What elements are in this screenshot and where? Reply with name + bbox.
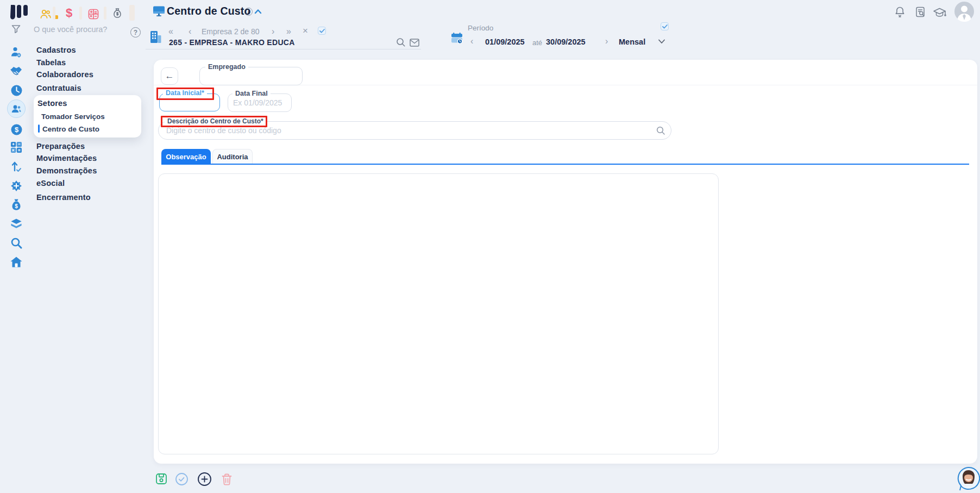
period-label: Período bbox=[468, 24, 493, 32]
collapse-chevron-up-icon[interactable] bbox=[254, 9, 262, 14]
support-chat-avatar[interactable] bbox=[957, 466, 980, 493]
company-last-button[interactable]: » bbox=[286, 27, 291, 36]
company-name[interactable]: 265 - EMPRESA - MAKRO EDUCA bbox=[169, 38, 295, 47]
layers-icon[interactable] bbox=[10, 217, 23, 230]
info-icon[interactable]: i bbox=[244, 8, 253, 16]
data-final-field[interactable]: Data Final bbox=[228, 93, 292, 112]
sidebar-subitem-centro-de-custo[interactable]: Centro de Custo bbox=[42, 125, 99, 133]
logo-icon bbox=[10, 5, 29, 20]
descricao-label: Descrição do Centro de Custo* bbox=[165, 117, 266, 125]
financeiro-dollar-icon[interactable]: $ bbox=[10, 123, 23, 136]
company-filter-checkbox[interactable] bbox=[318, 27, 326, 35]
finance-module-icon[interactable]: $ bbox=[66, 6, 72, 20]
page-title: Centro de Custo bbox=[167, 5, 251, 17]
topbar-divider bbox=[79, 7, 82, 20]
setores-people-icon-active[interactable] bbox=[7, 99, 26, 118]
data-inicial-label: Data Inicial* bbox=[163, 89, 207, 97]
period-mode-chevron-down-icon[interactable] bbox=[658, 39, 665, 44]
sidebar-item-setores[interactable]: Setores bbox=[37, 99, 67, 108]
colaboradores-handshake-icon[interactable] bbox=[10, 65, 23, 78]
period-start-date[interactable]: 01/09/2025 bbox=[485, 38, 525, 46]
descricao-search-icon[interactable] bbox=[656, 126, 665, 135]
svg-text:$: $ bbox=[15, 203, 18, 209]
people-module-icon[interactable] bbox=[39, 8, 52, 21]
sidebar-item-preparacoes[interactable]: Preparações bbox=[36, 142, 85, 151]
period-end-date[interactable]: 30/09/2025 bbox=[546, 38, 586, 46]
confirm-button[interactable] bbox=[175, 472, 189, 486]
period-next-button[interactable]: › bbox=[605, 37, 608, 46]
home-icon[interactable] bbox=[10, 255, 23, 269]
user-avatar[interactable] bbox=[954, 1, 975, 22]
app-logo[interactable] bbox=[10, 5, 29, 22]
descricao-field[interactable]: Descrição do Centro de Custo* bbox=[158, 121, 671, 140]
company-prev-button[interactable]: ‹ bbox=[189, 27, 191, 36]
period-checkbox[interactable] bbox=[661, 22, 669, 30]
help-icon[interactable]: ? bbox=[130, 27, 141, 38]
sidebar-item-tabelas[interactable]: Tabelas bbox=[36, 58, 66, 67]
data-inicial-field[interactable]: Data Inicial* bbox=[159, 93, 220, 111]
period-prev-button[interactable]: ‹ bbox=[470, 37, 473, 46]
demonstracoes-chart-icon[interactable] bbox=[10, 160, 23, 173]
observacao-textarea[interactable] bbox=[158, 173, 719, 454]
company-field-underline bbox=[146, 49, 421, 49]
add-button[interactable] bbox=[197, 472, 212, 486]
tab-auditoria[interactable]: Auditoria bbox=[212, 149, 253, 164]
notifications-bell-icon[interactable] bbox=[894, 5, 906, 18]
page-monitor-icon bbox=[153, 5, 165, 17]
graduation-cap-icon[interactable] bbox=[932, 7, 947, 19]
preparacoes-calculator-icon[interactable] bbox=[10, 141, 23, 154]
contratuais-clock-icon[interactable] bbox=[10, 84, 23, 97]
topbar-divider bbox=[53, 7, 55, 20]
moneybag-module-icon[interactable] bbox=[111, 7, 124, 20]
company-position-label: Empresa 2 de 80 bbox=[202, 27, 260, 36]
cadastros-icon[interactable] bbox=[10, 46, 23, 59]
sidebar-item-cadastros[interactable]: Cadastros bbox=[36, 46, 76, 54]
save-button[interactable] bbox=[155, 472, 168, 485]
sidebar-subitem-tomador-servicos[interactable]: Tomador Serviços bbox=[41, 113, 105, 121]
sidebar-item-colaboradores[interactable]: Colaboradores bbox=[36, 70, 93, 79]
company-first-button[interactable]: « bbox=[168, 27, 173, 36]
esocial-gear-icon[interactable] bbox=[10, 179, 23, 192]
company-next-button[interactable]: › bbox=[272, 27, 274, 36]
sidebar-item-esocial[interactable]: eSocial bbox=[36, 179, 65, 188]
topbar-divider bbox=[104, 7, 106, 20]
document-search-icon[interactable] bbox=[914, 6, 926, 18]
calculator-module-icon[interactable] bbox=[87, 8, 100, 21]
setores-flyout: Setores Tomador Serviços Centro de Custo bbox=[34, 95, 141, 138]
active-item-indicator bbox=[38, 124, 40, 133]
back-button[interactable]: ← bbox=[161, 67, 178, 85]
empregado-label: Empregado bbox=[205, 63, 248, 71]
svg-text:$: $ bbox=[14, 126, 18, 134]
data-final-label: Data Final bbox=[233, 90, 271, 97]
encerramento-moneybag-icon[interactable]: $ bbox=[10, 198, 23, 211]
delete-button[interactable] bbox=[221, 473, 233, 486]
sidebar-search-input[interactable] bbox=[33, 24, 122, 34]
company-mail-icon[interactable] bbox=[410, 39, 419, 47]
company-search-icon[interactable] bbox=[396, 38, 406, 47]
tab-observacao[interactable]: Observação bbox=[161, 149, 211, 164]
empregado-field[interactable]: Empregado bbox=[199, 67, 303, 85]
topbar-divider bbox=[129, 5, 135, 21]
period-mode-select[interactable]: Mensal bbox=[619, 38, 645, 46]
sidebar-item-encerramento[interactable]: Encerramento bbox=[36, 193, 91, 202]
company-clear-button[interactable]: × bbox=[303, 27, 308, 35]
period-calendar-icon bbox=[450, 32, 463, 45]
sidebar-item-demonstracoes[interactable]: Demonstrações bbox=[36, 166, 97, 175]
period-until-label: até bbox=[532, 39, 542, 47]
sidebar-item-contratuais[interactable]: Contratuais bbox=[36, 84, 81, 92]
company-building-icon bbox=[149, 30, 162, 44]
filter-funnel-icon[interactable] bbox=[11, 24, 21, 34]
search-tool-icon[interactable] bbox=[10, 236, 23, 249]
sidebar-item-movimentacoes[interactable]: Movimentações bbox=[36, 154, 97, 163]
tab-underline bbox=[161, 164, 969, 165]
